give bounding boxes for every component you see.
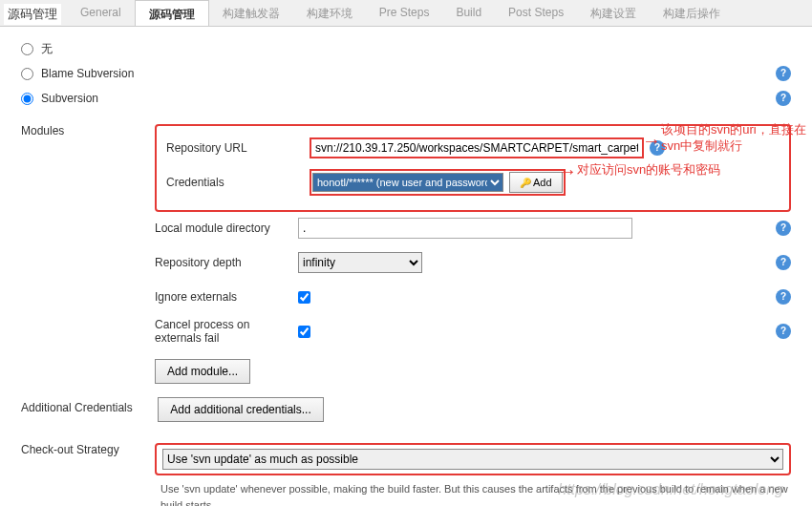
add-additional-cred-button[interactable]: Add additional credentials...: [158, 397, 323, 422]
tab-env[interactable]: 构建环境: [293, 0, 366, 26]
help-icon[interactable]: ?: [776, 66, 791, 81]
repo-url-input[interactable]: [310, 137, 644, 158]
add-credential-button[interactable]: 🔑Add: [509, 172, 563, 193]
tabs-bar: General 源码管理 构建触发器 构建环境 Pre Steps Build …: [0, 0, 812, 27]
help-icon[interactable]: ?: [776, 324, 791, 339]
tab-scm[interactable]: 源码管理: [135, 0, 209, 26]
credentials-highlight: honotl/****** (new user and password) 🔑A…: [310, 169, 566, 196]
tab-presteps[interactable]: Pre Steps: [366, 0, 443, 26]
tab-postactions[interactable]: 构建后操作: [650, 0, 734, 26]
ignore-ext-checkbox[interactable]: [298, 291, 310, 304]
help-icon[interactable]: ?: [776, 221, 791, 236]
strategy-select[interactable]: Use 'svn update' as much as possible: [162, 449, 783, 470]
annotation-1: 该项目的svn的uri，直接在svn中复制就行: [661, 122, 809, 155]
local-dir-label: Local module directory: [155, 221, 298, 235]
radio-none-row: 无: [21, 38, 791, 59]
additional-cred-label: Additional Credentials: [21, 397, 155, 418]
annotation-2: 对应访问svn的账号和密码: [577, 162, 720, 179]
arrow-icon: →: [558, 160, 577, 182]
page-title: 源码管理: [4, 4, 61, 25]
ignore-ext-label: Ignore externals: [155, 290, 298, 304]
help-icon[interactable]: ?: [776, 91, 791, 106]
tab-buildsettings[interactable]: 构建设置: [577, 0, 650, 26]
credentials-select[interactable]: honotl/****** (new user and password): [312, 173, 503, 192]
depth-select[interactable]: infinity: [298, 252, 422, 273]
radio-none-label: 无: [41, 41, 791, 57]
cancel-ext-label: Cancel process on externals fail: [155, 318, 298, 345]
radio-svn[interactable]: [21, 93, 33, 105]
help-icon[interactable]: ?: [776, 289, 791, 305]
tab-build[interactable]: Build: [442, 0, 495, 26]
radio-blame-row: Blame Subversion ?: [21, 63, 791, 84]
strategy-label: Check-out Strategy: [21, 439, 155, 460]
tab-poststeps[interactable]: Post Steps: [495, 0, 577, 26]
key-icon: 🔑: [520, 178, 531, 188]
radio-svn-row: Subversion ?: [21, 88, 791, 109]
strategy-highlight: Use 'svn update' as much as possible: [155, 443, 791, 475]
radio-none[interactable]: [21, 43, 33, 55]
radio-blame-label: Blame Subversion: [41, 67, 776, 80]
credentials-label: Credentials: [166, 176, 310, 189]
radio-blame[interactable]: [21, 68, 33, 80]
modules-label: Modules: [21, 120, 155, 141]
local-dir-input[interactable]: [298, 218, 632, 239]
cancel-ext-checkbox[interactable]: [298, 326, 310, 338]
depth-label: Repository depth: [155, 256, 298, 269]
help-icon[interactable]: ?: [776, 255, 791, 270]
repo-url-label: Repository URL: [166, 141, 310, 155]
radio-svn-label: Subversion: [41, 92, 776, 105]
add-module-button[interactable]: Add module...: [155, 359, 250, 384]
tab-general[interactable]: General: [67, 0, 135, 26]
tab-triggers[interactable]: 构建触发器: [209, 0, 293, 26]
watermark: https://blog.csdn.net/hongtaolong: [558, 481, 783, 498]
arrow-icon: →: [642, 130, 661, 152]
